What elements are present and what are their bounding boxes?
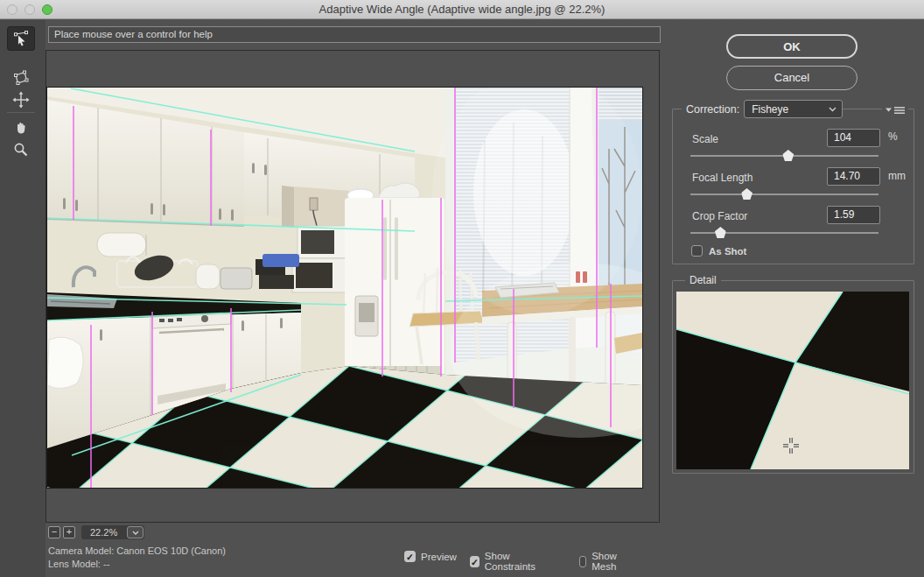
focal-length-input[interactable]: 14.70	[827, 167, 880, 186]
detail-panel: Detail	[672, 280, 914, 474]
toolbar-divider	[7, 112, 35, 113]
zoom-controls: − + 22.2%	[48, 525, 144, 539]
constraint-tool-icon	[12, 30, 30, 47]
preview-checkbox[interactable]: ✓	[404, 551, 416, 562]
zoom-level-value: 22.2%	[81, 527, 127, 538]
correction-panel: Correction: Fisheye Scale 104 % Focal Le…	[672, 109, 914, 264]
zoom-level-select[interactable]: 22.2%	[81, 525, 144, 539]
hand-tool-button[interactable]	[8, 116, 34, 139]
panel-menu-button[interactable]	[882, 103, 908, 119]
detail-loupe-view[interactable]	[676, 292, 909, 469]
show-mesh-checkbox-row[interactable]: ✓ Show Mesh	[579, 551, 621, 572]
preview-checkbox-row[interactable]: ✓ Preview	[404, 551, 457, 562]
kitchen-preview-image[interactable]	[47, 88, 642, 488]
correction-label: Correction:	[682, 103, 744, 116]
chevron-down-icon	[829, 107, 836, 112]
correction-select[interactable]: Fisheye	[744, 100, 843, 118]
help-hint-bar: Place mouse over a control for help	[48, 26, 661, 43]
scale-slider[interactable]	[690, 149, 878, 161]
ok-button[interactable]: OK	[726, 34, 858, 59]
crop-factor-input[interactable]: 1.59	[827, 206, 880, 224]
as-shot-checkbox[interactable]: ✓	[691, 245, 703, 257]
cancel-button[interactable]: Cancel	[726, 66, 858, 90]
camera-model-text: Camera Model: Canon EOS 10D (Canon)	[48, 545, 226, 558]
scale-slider-thumb[interactable]	[782, 150, 794, 161]
detail-label: Detail	[685, 274, 721, 286]
zoom-window-icon[interactable]	[42, 4, 52, 15]
show-constraints-checkbox-label: Show Constraints	[485, 551, 537, 572]
zoom-out-button[interactable]: −	[48, 526, 60, 538]
close-window-icon	[7, 4, 18, 15]
title-bar: Adaptive Wide Angle (Adaptive wide angle…	[0, 0, 924, 19]
scale-label: Scale	[692, 133, 718, 145]
minimize-window-icon	[24, 4, 35, 15]
traffic-lights	[7, 4, 52, 15]
crop-factor-label: Crop Factor	[692, 210, 747, 222]
scale-input[interactable]: 104	[827, 129, 880, 147]
image-metadata: Camera Model: Canon EOS 10D (Canon) Lens…	[48, 545, 226, 571]
focal-length-label: Focal Length	[692, 172, 752, 184]
show-mesh-checkbox[interactable]: ✓	[579, 556, 586, 567]
correction-select-value: Fisheye	[745, 103, 829, 116]
preview-canvas-area	[46, 50, 660, 523]
help-hint-text: Place mouse over a control for help	[54, 29, 213, 39]
lens-model-text: Lens Model: --	[48, 558, 226, 571]
as-shot-label: As Shot	[709, 246, 746, 257]
scale-unit: %	[888, 130, 898, 143]
zoom-in-button[interactable]: +	[63, 526, 75, 538]
focal-length-slider-thumb[interactable]	[741, 188, 752, 200]
focal-length-slider-track[interactable]	[690, 194, 878, 195]
show-constraints-checkbox[interactable]: ✓	[470, 556, 480, 567]
as-shot-row[interactable]: ✓ As Shot	[691, 245, 746, 257]
focal-length-slider[interactable]	[690, 187, 878, 200]
polygon-constraint-tool-button[interactable]	[8, 67, 34, 89]
chevron-down-icon	[127, 526, 144, 538]
constraint-tool-button[interactable]	[8, 27, 34, 50]
flyout-menu-icon	[885, 105, 906, 116]
focal-length-unit: mm	[888, 170, 906, 182]
polygon-constraint-tool-icon	[12, 69, 30, 87]
zoom-tool-icon	[12, 141, 30, 158]
show-constraints-checkbox-row[interactable]: ✓ Show Constraints	[470, 551, 537, 572]
tool-palette	[0, 20, 46, 577]
window-title: Adaptive Wide Angle (Adaptive wide angle…	[0, 3, 924, 16]
crop-factor-slider[interactable]	[690, 226, 878, 238]
hand-tool-icon	[12, 119, 30, 137]
preview-checkbox-label: Preview	[421, 552, 457, 562]
crop-factor-slider-thumb[interactable]	[715, 227, 726, 238]
move-tool-icon	[12, 91, 30, 109]
zoom-tool-button[interactable]	[8, 138, 34, 161]
show-mesh-checkbox-label: Show Mesh	[592, 551, 621, 572]
move-tool-button[interactable]	[8, 88, 34, 111]
